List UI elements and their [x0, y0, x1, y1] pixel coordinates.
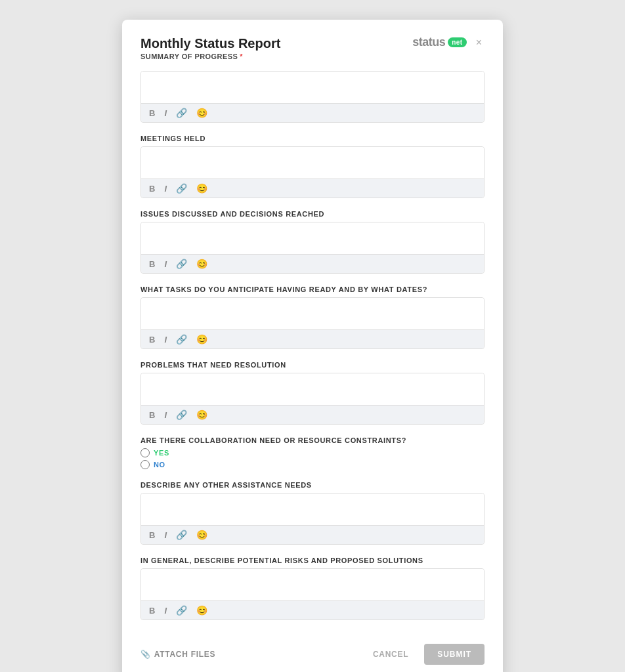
section-risks: IN GENERAL, DESCRIBE POTENTIAL RISKS AND… — [140, 556, 485, 620]
editor-tasks-wrapper: B I 🔗 😊 — [140, 297, 485, 349]
cancel-button[interactable]: CANCEL — [365, 644, 416, 664]
risks-link-button[interactable]: 🔗 — [173, 604, 190, 616]
issues-textarea[interactable] — [141, 222, 484, 254]
required-star: * — [240, 52, 243, 60]
tasks-textarea[interactable] — [141, 298, 484, 329]
collaboration-label: ARE THERE COLLABORATION NEED OR RESOURCE… — [140, 436, 485, 444]
brand-badge: status net — [412, 35, 467, 49]
problems-emoji-button[interactable]: 😊 — [194, 409, 210, 421]
yes-radio-input[interactable] — [140, 448, 150, 457]
assistance-italic-button[interactable]: I — [162, 530, 169, 541]
issues-label: ISSUES DISCUSSED AND DECISIONS REACHED — [140, 210, 485, 218]
meetings-toolbar: B I 🔗 😊 — [141, 178, 484, 198]
assistance-bold-button[interactable]: B — [146, 530, 158, 541]
modal-header: Monthly Status Report SUMMARY OF PROGRES… — [140, 35, 485, 60]
risks-bold-button[interactable]: B — [146, 605, 158, 616]
issues-toolbar: B I 🔗 😊 — [141, 254, 484, 273]
header-right: status net × — [412, 35, 485, 49]
no-radio-text: NO — [154, 461, 165, 469]
tasks-emoji-button[interactable]: 😊 — [194, 333, 210, 345]
meetings-italic-button[interactable]: I — [162, 183, 169, 194]
risks-italic-button[interactable]: I — [162, 605, 169, 616]
issues-emoji-button[interactable]: 😊 — [194, 258, 210, 270]
issues-italic-button[interactable]: I — [162, 259, 169, 270]
section-collaboration: ARE THERE COLLABORATION NEED OR RESOURCE… — [140, 436, 485, 469]
tasks-toolbar: B I 🔗 😊 — [141, 329, 484, 348]
tasks-link-button[interactable]: 🔗 — [173, 333, 190, 345]
section-tasks: WHAT TASKS DO YOU ANTICIPATE HAVING READ… — [140, 285, 485, 349]
assistance-link-button[interactable]: 🔗 — [173, 529, 190, 541]
editor-issues-wrapper: B I 🔗 😊 — [140, 222, 485, 274]
assistance-label: DESCRIBE ANY OTHER ASSISTANCE NEEDS — [140, 481, 485, 489]
meetings-emoji-button[interactable]: 😊 — [194, 182, 210, 194]
no-radio-label[interactable]: NO — [140, 460, 485, 469]
issues-bold-button[interactable]: B — [146, 259, 158, 270]
meetings-bold-button[interactable]: B — [146, 183, 158, 194]
brand-net-badge: net — [448, 37, 467, 47]
submit-button[interactable]: SUBMIT — [424, 644, 485, 665]
meetings-link-button[interactable]: 🔗 — [173, 182, 190, 194]
problems-italic-button[interactable]: I — [162, 410, 169, 421]
summary-emoji-button[interactable]: 😊 — [194, 107, 210, 119]
header-left: Monthly Status Report SUMMARY OF PROGRES… — [140, 35, 280, 60]
editor-meetings-wrapper: B I 🔗 😊 — [140, 146, 485, 198]
meetings-label: MEETINGS HELD — [140, 135, 485, 142]
risks-toolbar: B I 🔗 😊 — [141, 600, 484, 620]
monthly-status-report-modal: Monthly Status Report SUMMARY OF PROGRES… — [122, 20, 503, 672]
editor-problems-wrapper: B I 🔗 😊 — [140, 373, 485, 425]
problems-bold-button[interactable]: B — [146, 410, 158, 421]
section-summary: B I 🔗 😊 — [140, 71, 485, 123]
problems-link-button[interactable]: 🔗 — [173, 409, 190, 421]
summary-textarea[interactable] — [141, 72, 484, 103]
assistance-emoji-button[interactable]: 😊 — [194, 529, 210, 541]
issues-link-button[interactable]: 🔗 — [173, 258, 190, 270]
section-issues: ISSUES DISCUSSED AND DECISIONS REACHED B… — [140, 210, 485, 274]
assistance-textarea[interactable] — [141, 494, 484, 525]
tasks-label: WHAT TASKS DO YOU ANTICIPATE HAVING READ… — [140, 285, 485, 293]
summary-toolbar: B I 🔗 😊 — [141, 103, 484, 122]
attach-files-button[interactable]: 📎 ATTACH FILES — [140, 650, 215, 659]
risks-emoji-button[interactable]: 😊 — [194, 604, 210, 616]
summary-italic-button[interactable]: I — [162, 108, 169, 119]
yes-radio-text: YES — [154, 449, 169, 457]
modal-footer: 📎 ATTACH FILES CANCEL SUBMIT — [140, 636, 485, 665]
modal-title: Monthly Status Report — [140, 35, 280, 51]
tasks-italic-button[interactable]: I — [162, 334, 169, 345]
paperclip-icon: 📎 — [140, 650, 151, 659]
summary-bold-button[interactable]: B — [146, 108, 158, 119]
summary-link-button[interactable]: 🔗 — [173, 107, 190, 119]
risks-label: IN GENERAL, DESCRIBE POTENTIAL RISKS AND… — [140, 556, 485, 564]
footer-right: CANCEL SUBMIT — [365, 644, 485, 665]
tasks-bold-button[interactable]: B — [146, 334, 158, 345]
no-radio-input[interactable] — [140, 460, 150, 469]
collaboration-radio-group: YES NO — [140, 448, 485, 469]
section-assistance: DESCRIBE ANY OTHER ASSISTANCE NEEDS B I … — [140, 481, 485, 545]
editor-assistance-wrapper: B I 🔗 😊 — [140, 493, 485, 545]
editor-summary-wrapper: B I 🔗 😊 — [140, 71, 485, 123]
section-meetings: MEETINGS HELD B I 🔗 😊 — [140, 135, 485, 198]
brand-text: status — [412, 35, 445, 49]
meetings-textarea[interactable] — [141, 147, 484, 178]
problems-label: PROBLEMS THAT NEED RESOLUTION — [140, 361, 485, 369]
section-problems: PROBLEMS THAT NEED RESOLUTION B I 🔗 😊 — [140, 361, 485, 425]
assistance-toolbar: B I 🔗 😊 — [141, 525, 484, 544]
problems-textarea[interactable] — [141, 373, 484, 405]
close-button[interactable]: × — [473, 36, 485, 49]
attach-label: ATTACH FILES — [154, 650, 216, 659]
problems-toolbar: B I 🔗 😊 — [141, 405, 484, 424]
editor-risks-wrapper: B I 🔗 😊 — [140, 568, 485, 620]
yes-radio-label[interactable]: YES — [140, 448, 485, 457]
risks-textarea[interactable] — [141, 569, 484, 600]
modal-subtitle: SUMMARY OF PROGRESS* — [140, 52, 280, 60]
